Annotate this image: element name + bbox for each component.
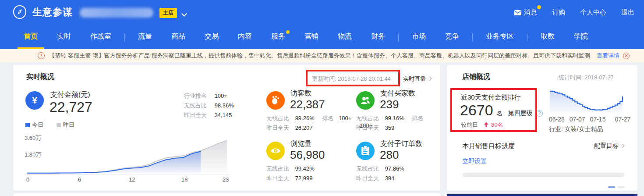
y-tick-36k: 3.60万: [25, 134, 41, 142]
buyers-title: 支付买家数: [380, 89, 415, 98]
legend-yesterday-swatch: [57, 123, 61, 127]
nav-item-service-label: 服务: [271, 32, 285, 40]
yesterday-total-value: 34,145: [215, 112, 232, 118]
top-header: 生意参谋 主店 消息 订购 个人中心 退出: [0, 0, 644, 25]
nav-divider: [472, 33, 473, 41]
nav-item-service[interactable]: 服务: [265, 25, 291, 49]
visitors-wireless-row: 无线占比 99.26% 排名 100+: [266, 114, 351, 122]
rank-trend-chart[interactable]: [549, 88, 624, 115]
nav-item-competition[interactable]: 竞争: [439, 25, 465, 49]
notice-detail-link[interactable]: 查看详情: [597, 52, 619, 60]
notice-bar: ! 【帮转-客服主管-哦】官方服务分析产品-服务洞察已隆重上线，提供售前体验，售…: [0, 49, 644, 62]
stat-value: 99.16%: [385, 115, 404, 121]
x-axis-line: [25, 174, 230, 175]
stat-value: 100+: [339, 115, 351, 121]
nav-item-traffic[interactable]: 流量: [132, 25, 158, 49]
views-value: 56,980: [290, 148, 325, 162]
buyers-yesterday-row: 昨日全天 359: [356, 124, 394, 132]
x-tick-12: 12: [129, 176, 135, 183]
logout-menu[interactable]: 退出: [621, 8, 634, 17]
stat-time-label: 统计时间:: [559, 74, 583, 81]
visitors-title: 访客数: [290, 89, 311, 98]
spark-dates: 06-28 07-07 07-15 07-27: [549, 116, 630, 123]
brand-divider: [79, 7, 79, 18]
industry-row: 行业: 女装/女士精品: [549, 125, 603, 133]
nav-item-data-fetch[interactable]: 取数: [534, 25, 561, 49]
visitors-yesterday-row: 昨日全天 26,207: [266, 124, 312, 132]
nav-item-warroom[interactable]: 作战室: [84, 25, 117, 49]
stat-label: 排名: [412, 115, 423, 121]
shop-switch-chevron-icon[interactable]: [182, 10, 186, 18]
suborders-value: 280: [380, 148, 399, 162]
nav-item-market[interactable]: 市场: [406, 25, 432, 49]
update-time: 更新时间: 2018-07-28 20:01:44: [312, 75, 391, 83]
x-tick-6: 6: [78, 176, 81, 183]
goal-config-link[interactable]: 配置目标: [594, 142, 624, 150]
nav-item-content[interactable]: 内容: [232, 25, 258, 49]
carousel-dash-active[interactable]: [608, 186, 615, 188]
stat-value: 99.42%: [295, 165, 315, 172]
chart-legend: 今日 昨日: [25, 121, 74, 129]
nav-item-products[interactable]: 商品: [165, 25, 191, 49]
stat-value: 394: [385, 175, 395, 182]
nav-item-realtime[interactable]: 实时: [51, 25, 77, 49]
rank-title: 近30天支付金额排行: [461, 93, 521, 102]
personal-center-menu[interactable]: 个人中心: [580, 8, 606, 17]
notice-text: 【帮转-客服主管-哦】官方服务分析产品-服务洞察已隆重上线，提供售前体验，售中转…: [49, 52, 592, 60]
rank-value: 2670: [460, 102, 493, 118]
live-broadcast-link[interactable]: 实时直播: [403, 75, 431, 83]
payment-stat-row: 行业排名 100+: [184, 92, 227, 100]
payment-stat-row: 昨日全天 34,145: [184, 111, 232, 119]
footprint-icon: [266, 91, 285, 110]
notice-close-icon[interactable]: ✕: [623, 53, 630, 59]
nav-item-home[interactable]: 首页: [18, 25, 44, 49]
wireless-share-label: 无线占比: [184, 102, 207, 109]
nav-item-business-zone[interactable]: 业务专区: [480, 25, 520, 49]
payment-amount-icon: ¥: [25, 91, 44, 110]
envelope-icon: [514, 10, 521, 15]
panel-title-realtime: 实时概况: [26, 72, 54, 82]
stat-time-value: 2018-07-27: [584, 74, 614, 81]
date-tick: 07-15: [590, 116, 606, 123]
realtime-trend-chart[interactable]: [25, 132, 230, 175]
industry-value: 女装/女士精品: [565, 125, 603, 132]
stat-time: 统计时间: 2018-07-27: [559, 74, 614, 82]
stat-label: 昨日全天: [356, 125, 379, 131]
stat-label: 无线占比: [266, 115, 289, 121]
legend-yesterday-label: 昨日: [63, 121, 74, 128]
goal-config-label: 配置目标: [594, 142, 619, 149]
stat-label: 昨日全天: [356, 175, 379, 182]
stat-label: 无线占比: [356, 165, 379, 172]
banner-sliver: [447, 194, 637, 196]
shop-name-redacted[interactable]: [80, 8, 153, 18]
nav-item-academy[interactable]: 学院: [568, 25, 594, 49]
subscribe-menu[interactable]: 订购: [552, 8, 565, 17]
messages-menu[interactable]: 消息: [514, 8, 537, 17]
date-tick: 07-07: [570, 116, 585, 123]
main-nav: 首页 实时 作战室 流量 商品 交易 内容 服务 营销 物流 财务 市场 竞争 …: [0, 25, 644, 49]
stat-value: 359: [385, 125, 395, 131]
goal-set-link[interactable]: 立即设置: [462, 157, 487, 165]
panel-title-shop: 店铺概况: [462, 72, 490, 82]
carousel-dash[interactable]: [618, 186, 625, 188]
nav-item-marketing[interactable]: 营销: [298, 25, 325, 49]
stat-label: 无线占比: [266, 165, 289, 172]
stat-label: 昨日全天: [266, 125, 289, 131]
x-tick-0: 0: [26, 176, 29, 183]
buyers-icon: [356, 91, 375, 110]
rank-tier: 第四层级: [508, 110, 533, 117]
warning-icon: !: [38, 52, 45, 59]
nav-item-logistics[interactable]: 物流: [332, 25, 358, 49]
shop-overview-panel: 店铺概况 统计时间: 2018-07-27 近30天支付金额排行 2670 名 …: [447, 65, 637, 191]
nav-item-trade[interactable]: 交易: [198, 25, 225, 49]
legend-today-swatch: [25, 123, 30, 127]
realtime-overview-panel: 实时概况 更新时间: 2018-07-28 20:01:44 实时直播 ¥ 支付…: [13, 65, 440, 191]
stat-value: 72,999: [295, 175, 313, 182]
buyers-value: 239: [380, 98, 399, 111]
delta-value: 80名: [491, 121, 503, 128]
nav-item-finance[interactable]: 财务: [365, 25, 391, 49]
help-icon[interactable]: ?: [536, 110, 543, 117]
stat-label: 排名: [322, 115, 333, 121]
brand: 生意参谋: [12, 5, 79, 20]
suborders-wireless-row: 无线占比 97.86%: [356, 165, 404, 173]
